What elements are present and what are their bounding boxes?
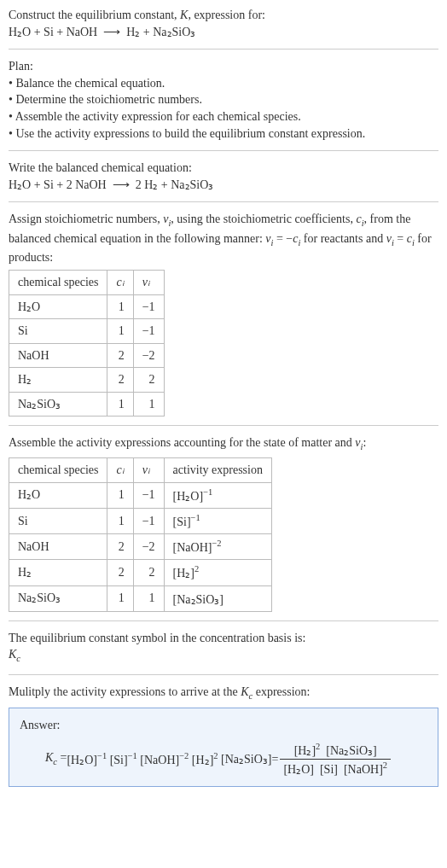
intro-K: K — [180, 9, 188, 21]
term-base: [H₂] — [294, 744, 316, 757]
cell-nu: 1 — [133, 585, 164, 611]
intro-line: Construct the equilibrium constant, K, e… — [9, 7, 438, 24]
cell-c: 1 — [107, 585, 133, 611]
cell-species: H₂O — [9, 294, 107, 319]
rel-eq: = − — [273, 232, 293, 245]
table-row: H₂O1−1[H₂O]−1 — [9, 482, 272, 508]
cell-nu: −1 — [133, 294, 164, 319]
divider — [9, 425, 438, 426]
term: [Si]−1 — [110, 750, 137, 768]
term: [NaOH]−2 — [140, 750, 189, 768]
term: [H₂]2 — [192, 750, 218, 768]
table-header-row: chemical species cᵢ νᵢ — [9, 270, 165, 294]
cell-species: H₂ — [9, 368, 107, 393]
table-row: NaOH2−2 — [9, 343, 165, 368]
term-base: [NaOH] — [140, 754, 179, 766]
cell-c: 2 — [107, 368, 133, 393]
act-base: [Na₂SiO₃] — [173, 592, 224, 605]
fraction-denominator: [H₂O] [Si] [NaOH]2 — [280, 760, 391, 778]
stoich-text-b: , using the stoichiometric coefficients, — [171, 213, 356, 225]
table-row: Si1−1 — [9, 319, 165, 344]
stoich-table: chemical species cᵢ νᵢ H₂O1−1 Si1−1 NaOH… — [9, 270, 165, 417]
cell-nu: −1 — [133, 482, 164, 508]
cell-c: 1 — [107, 482, 133, 508]
cell-nu: 2 — [133, 560, 164, 585]
divider — [9, 201, 438, 202]
cell-c: 2 — [107, 560, 133, 585]
divider — [9, 674, 438, 675]
header-label: chemical species — [18, 463, 98, 476]
symbol-text: The equilibrium constant symbol in the c… — [9, 630, 438, 647]
rel-eq: = — [394, 232, 407, 245]
eq-rhs: 2 H₂ + Na₂SiO₃ — [136, 178, 214, 191]
K-symbol: K — [241, 685, 248, 698]
header-label: cᵢ — [116, 463, 124, 476]
intro-text-post: , expression for: — [188, 9, 265, 21]
eq-lhs: H₂O + Si + 2 NaOH — [9, 178, 107, 191]
multiply-text: Mulitply the activity expressions to arr… — [9, 684, 438, 702]
table-row: H₂22 — [9, 368, 165, 393]
stoich-text: Assign stoichiometric numbers, νi, using… — [9, 211, 438, 266]
cell-nu: −2 — [133, 343, 164, 368]
table-header-row: chemical species cᵢ νᵢ activity expressi… — [9, 457, 272, 482]
col-activity: activity expression — [164, 457, 271, 482]
K-symbol: K — [9, 648, 16, 661]
term-base: [Na₂SiO₃] — [221, 753, 271, 766]
term-exp: 2 — [383, 760, 387, 770]
eq-sign: = — [271, 751, 278, 768]
term-exp: 2 — [213, 751, 218, 760]
act-exp: −1 — [203, 487, 212, 497]
eq-lhs: H₂O + Si + NaOH — [9, 26, 97, 38]
term-base: [NaOH] — [344, 763, 383, 776]
col-species: chemical species — [9, 270, 107, 294]
table-row: Na₂SiO₃11[Na₂SiO₃] — [9, 585, 272, 611]
term-exp: 2 — [316, 742, 320, 751]
stoich-text-a: Assign stoichiometric numbers, — [9, 213, 163, 225]
cell-c: 1 — [107, 319, 133, 344]
stoich-text-d: for reactants and — [300, 232, 386, 245]
term-base: [H₂O] — [67, 754, 97, 766]
intro-equation: H₂O + Si + NaOH ⟶ H₂ + Na₂SiO₃ — [9, 24, 438, 41]
K-symbol: K — [45, 751, 53, 764]
activity-text: Assemble the activity expressions accoun… — [9, 434, 438, 453]
cell-species: Si — [9, 319, 107, 344]
arrow-icon: ⟶ — [103, 26, 120, 38]
term-base: [Si] — [110, 754, 128, 766]
col-species: chemical species — [9, 457, 107, 482]
balanced-equation: H₂O + Si + 2 NaOH ⟶ 2 H₂ + Na₂SiO₃ — [9, 177, 438, 194]
answer-box: Answer: Kc = [H₂O]−1 [Si]−1 [NaOH]−2 [H₂… — [9, 708, 438, 787]
header-label: νᵢ — [142, 276, 150, 288]
cell-activity: [NaOH]−2 — [164, 534, 271, 560]
header-label: cᵢ — [116, 276, 124, 288]
col-nui: νᵢ — [133, 270, 164, 294]
symbol-kc: Kc — [9, 646, 438, 665]
cell-activity: [Na₂SiO₃] — [164, 585, 271, 611]
cell-species: Si — [9, 508, 107, 533]
plan-item: • Assemble the activity expression for e… — [9, 108, 438, 125]
term-base: [H₂O] — [283, 763, 314, 776]
intro-section: Construct the equilibrium constant, K, e… — [9, 7, 438, 40]
cell-species: Na₂SiO₃ — [9, 585, 107, 611]
cell-nu: −1 — [133, 319, 164, 344]
term-exp: −1 — [97, 751, 107, 760]
cell-c: 2 — [107, 343, 133, 368]
fraction: [H₂]2 [Na₂SiO₃] [H₂O] [Si] [NaOH]2 — [280, 741, 391, 778]
term-exp: −1 — [128, 751, 137, 760]
cell-nu: −1 — [133, 508, 164, 533]
table-row: H₂O1−1 — [9, 294, 165, 319]
act-exp: 2 — [194, 564, 199, 574]
cell-activity: [Si]−1 — [164, 508, 271, 533]
answer-label: Answer: — [20, 717, 427, 734]
divider — [9, 620, 438, 621]
plan-item: • Use the activity expressions to build … — [9, 125, 438, 143]
table-row: NaOH2−2[NaOH]−2 — [9, 534, 272, 560]
header-label: νᵢ — [142, 463, 150, 476]
symbol-section: The equilibrium constant symbol in the c… — [9, 630, 438, 666]
term-base: [Na₂SiO₃] — [326, 744, 376, 757]
act-base: [H₂O] — [173, 489, 204, 502]
cell-species: NaOH — [9, 534, 107, 560]
kc-lhs: Kc = — [45, 749, 67, 768]
col-nui: νᵢ — [133, 457, 164, 482]
term: [H₂O]−1 — [67, 750, 107, 768]
activity-table: chemical species cᵢ νᵢ activity expressi… — [9, 457, 272, 612]
